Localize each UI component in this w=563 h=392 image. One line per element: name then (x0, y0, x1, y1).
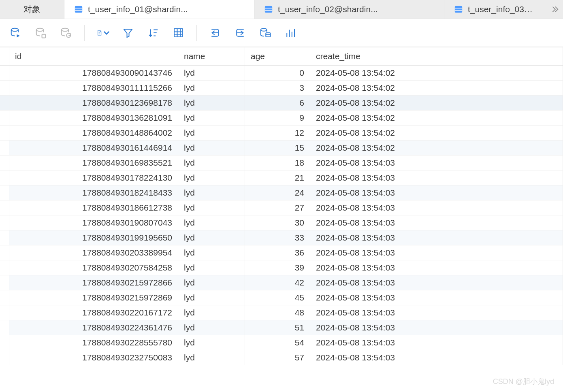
cell-id[interactable]: 1788084930228555780 (9, 335, 178, 350)
cell-name[interactable]: lyd (178, 200, 245, 215)
chart-button[interactable] (284, 26, 297, 40)
cell-age[interactable]: 0 (245, 66, 310, 81)
cell-create-time[interactable]: 2024-05-08 13:54:02 (310, 96, 496, 111)
cell-name[interactable]: lyd (178, 81, 245, 96)
cell-age[interactable]: 57 (245, 350, 310, 365)
cell-create-time[interactable]: 2024-05-08 13:54:03 (310, 170, 496, 185)
cell-age[interactable]: 51 (245, 320, 310, 335)
cell-create-time[interactable]: 2024-05-08 13:54:02 (310, 126, 496, 141)
table-row[interactable]: 1788084930178224130lyd212024-05-08 13:54… (0, 170, 563, 185)
cell-name[interactable]: lyd (178, 245, 245, 260)
col-header-create-time[interactable]: create_time (310, 47, 496, 66)
table-row[interactable]: 1788084930123698178lyd62024-05-08 13:54:… (0, 96, 563, 111)
cell-id[interactable]: 1788084930178224130 (9, 170, 178, 185)
cell-id[interactable]: 1788084930207584258 (9, 260, 178, 275)
cell-id[interactable]: 1788084930220167172 (9, 305, 178, 320)
cell-age[interactable]: 15 (245, 141, 310, 156)
data-transfer-button[interactable] (258, 26, 272, 40)
table-row[interactable]: 1788084930224361476lyd512024-05-08 13:54… (0, 320, 563, 335)
cell-id[interactable]: 1788084930215972869 (9, 290, 178, 305)
cell-name[interactable]: lyd (178, 350, 245, 365)
cell-create-time[interactable]: 2024-05-08 13:54:03 (310, 245, 496, 260)
table-row[interactable]: 1788084930090143746lyd02024-05-08 13:54:… (0, 66, 563, 81)
cell-id[interactable]: 1788084930123698178 (9, 96, 178, 111)
cell-age[interactable]: 42 (245, 275, 310, 290)
cell-create-time[interactable]: 2024-05-08 13:54:03 (310, 230, 496, 245)
table-row[interactable]: 1788084930203389954lyd362024-05-08 13:54… (0, 245, 563, 260)
cell-create-time[interactable]: 2024-05-08 13:54:03 (310, 215, 496, 230)
stop-sql-button[interactable] (34, 26, 48, 40)
table-row[interactable]: 1788084930186612738lyd272024-05-08 13:54… (0, 200, 563, 215)
col-header-id[interactable]: id (9, 47, 178, 66)
tab-table-1[interactable]: t_user_info_01@shardin... (64, 0, 254, 19)
cell-name[interactable]: lyd (178, 141, 245, 156)
cell-name[interactable]: lyd (178, 215, 245, 230)
cell-name[interactable]: lyd (178, 185, 245, 200)
table-row[interactable]: 1788084930169835521lyd182024-05-08 13:54… (0, 156, 563, 170)
refresh-button[interactable] (59, 26, 73, 40)
cell-create-time[interactable]: 2024-05-08 13:54:02 (310, 66, 496, 81)
cell-age[interactable]: 33 (245, 230, 310, 245)
table-row[interactable]: 1788084930111115266lyd32024-05-08 13:54:… (0, 81, 563, 96)
cell-id[interactable]: 1788084930186612738 (9, 200, 178, 215)
cell-create-time[interactable]: 2024-05-08 13:54:02 (310, 111, 496, 126)
table-row[interactable]: 1788084930182418433lyd242024-05-08 13:54… (0, 185, 563, 200)
table-row[interactable]: 1788084930220167172lyd482024-05-08 13:54… (0, 305, 563, 320)
cell-create-time[interactable]: 2024-05-08 13:54:03 (310, 185, 496, 200)
cell-name[interactable]: lyd (178, 170, 245, 185)
cell-id[interactable]: 1788084930224361476 (9, 320, 178, 335)
cell-age[interactable]: 30 (245, 215, 310, 230)
cell-age[interactable]: 27 (245, 200, 310, 215)
table-row[interactable]: 1788084930232750083lyd572024-05-08 13:54… (0, 350, 563, 365)
tab-table-2[interactable]: t_user_info_02@shardin... (254, 0, 444, 19)
cell-name[interactable]: lyd (178, 260, 245, 275)
table-row[interactable]: 1788084930228555780lyd542024-05-08 13:54… (0, 335, 563, 350)
cell-create-time[interactable]: 2024-05-08 13:54:03 (310, 335, 496, 350)
cell-age[interactable]: 24 (245, 185, 310, 200)
cell-create-time[interactable]: 2024-05-08 13:54:03 (310, 350, 496, 365)
cell-age[interactable]: 48 (245, 305, 310, 320)
tab-objects[interactable]: 对象 (0, 0, 64, 19)
cell-age[interactable]: 3 (245, 81, 310, 96)
cell-name[interactable]: lyd (178, 320, 245, 335)
cell-name[interactable]: lyd (178, 290, 245, 305)
cell-name[interactable]: lyd (178, 111, 245, 126)
cell-age[interactable]: 36 (245, 245, 310, 260)
table-row[interactable]: 1788084930199195650lyd332024-05-08 13:54… (0, 230, 563, 245)
data-grid[interactable]: id name age create_time 1788084930090143… (0, 47, 563, 392)
cell-age[interactable]: 54 (245, 335, 310, 350)
cell-id[interactable]: 1788084930169835521 (9, 156, 178, 170)
grid-view-button[interactable] (171, 26, 185, 40)
cell-name[interactable]: lyd (178, 96, 245, 111)
text-mode-button[interactable] (96, 26, 110, 40)
cell-id[interactable]: 1788084930148864002 (9, 126, 178, 141)
cell-create-time[interactable]: 2024-05-08 13:54:03 (310, 320, 496, 335)
cell-name[interactable]: lyd (178, 230, 245, 245)
cell-age[interactable]: 21 (245, 170, 310, 185)
cell-age[interactable]: 18 (245, 156, 310, 170)
cell-create-time[interactable]: 2024-05-08 13:54:03 (310, 305, 496, 320)
cell-id[interactable]: 1788084930232750083 (9, 350, 178, 365)
cell-age[interactable]: 9 (245, 111, 310, 126)
cell-id[interactable]: 1788084930136281091 (9, 111, 178, 126)
table-row[interactable]: 1788084930136281091lyd92024-05-08 13:54:… (0, 111, 563, 126)
table-row[interactable]: 1788084930215972866lyd422024-05-08 13:54… (0, 275, 563, 290)
cell-create-time[interactable]: 2024-05-08 13:54:02 (310, 81, 496, 96)
cell-id[interactable]: 1788084930215972866 (9, 275, 178, 290)
cell-id[interactable]: 1788084930090143746 (9, 66, 178, 81)
cell-id[interactable]: 1788084930182418433 (9, 185, 178, 200)
cell-name[interactable]: lyd (178, 305, 245, 320)
table-row[interactable]: 1788084930190807043lyd302024-05-08 13:54… (0, 215, 563, 230)
run-sql-button[interactable] (9, 26, 23, 40)
cell-age[interactable]: 45 (245, 290, 310, 305)
cell-create-time[interactable]: 2024-05-08 13:54:03 (310, 260, 496, 275)
table-row[interactable]: 1788084930207584258lyd392024-05-08 13:54… (0, 260, 563, 275)
cell-name[interactable]: lyd (178, 66, 245, 81)
cell-create-time[interactable]: 2024-05-08 13:54:03 (310, 156, 496, 170)
cell-age[interactable]: 39 (245, 260, 310, 275)
cell-id[interactable]: 1788084930203389954 (9, 245, 178, 260)
cell-id[interactable]: 1788084930111115266 (9, 81, 178, 96)
filter-button[interactable] (121, 26, 135, 40)
import-button[interactable] (208, 26, 222, 40)
table-row[interactable]: 1788084930161446914lyd152024-05-08 13:54… (0, 141, 563, 156)
